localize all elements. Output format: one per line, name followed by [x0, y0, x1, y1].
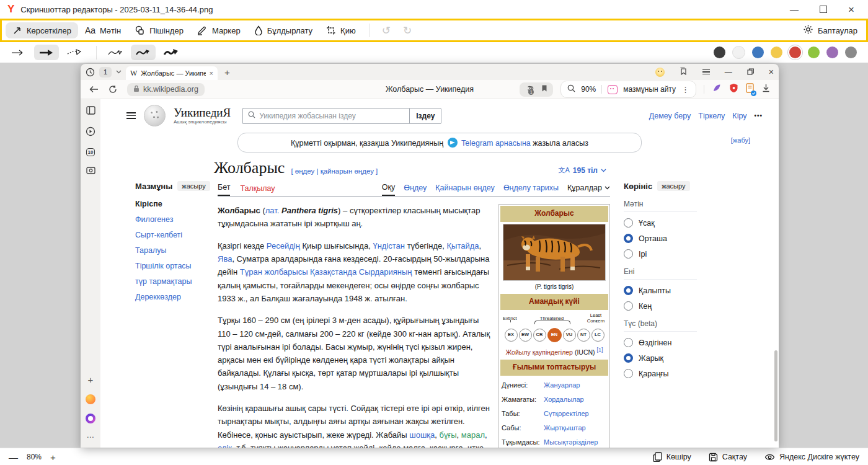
color-swatch-green[interactable] — [808, 46, 820, 58]
download-icon[interactable] — [762, 84, 770, 95]
tiger-photo[interactable] — [503, 224, 606, 281]
tab-counter[interactable]: 1 — [99, 67, 112, 78]
share-icon[interactable]: 1 — [525, 84, 534, 95]
tab-talk[interactable]: Талқылау — [240, 184, 275, 196]
toc-item[interactable]: Филогенез — [135, 215, 214, 224]
radio-color-light[interactable]: Жарық — [624, 353, 712, 363]
protect-shield-icon[interactable] — [729, 83, 738, 95]
wiki-search-button[interactable]: Іздеу — [409, 108, 441, 124]
sidebar-panel-icon[interactable] — [86, 106, 95, 117]
banner-close-link[interactable]: [жабу] — [731, 136, 750, 144]
toc-item[interactable]: Дереккөздер — [135, 293, 214, 301]
wiki-search-input[interactable]: Уикипедия жобасынан іздеу — [242, 108, 409, 124]
more-actions-icon[interactable]: ⋮ — [681, 85, 689, 94]
panel-more-icon[interactable]: ⋯ — [87, 433, 95, 441]
arrow-style-thin[interactable] — [6, 45, 31, 60]
toc-item[interactable]: түр тармақтары — [135, 277, 214, 286]
radio-text-small[interactable]: Ұсақ — [624, 218, 712, 228]
editor-canvas[interactable]: 1 W Жолбарыс — Уикипед × + — × — [0, 63, 868, 448]
donate-link[interactable]: Демеу беру — [649, 112, 691, 120]
stroke-style-thin[interactable] — [103, 45, 128, 60]
zoom-in-button[interactable]: + — [50, 452, 56, 463]
new-tab-button[interactable]: + — [224, 67, 230, 78]
tab-close-icon[interactable]: × — [210, 69, 213, 77]
upload-to-disk-button[interactable]: Яндекс Дискіге жүктеу — [764, 453, 859, 461]
tool-shapes[interactable]: Пішіндер — [128, 22, 190, 38]
color-swatch-white[interactable] — [732, 46, 745, 59]
read-aloud-button[interactable]: мазмұнын айту — [623, 85, 676, 94]
weather-widget-icon[interactable] — [86, 394, 95, 404]
arrow-style-bold[interactable] — [34, 45, 59, 60]
radio-text-standard[interactable]: Орташа — [624, 234, 712, 243]
color-swatch-red-selected[interactable] — [789, 46, 801, 58]
wikipedia-wordmark[interactable]: УикипедиЯ Ашық энциклопедиясы — [174, 107, 231, 125]
more-menu-icon[interactable]: ••• — [754, 112, 763, 119]
browser-menu-icon[interactable] — [702, 68, 710, 76]
tool-blur[interactable]: Бұлдырлату — [247, 22, 319, 38]
tool-marker[interactable]: Маркер — [190, 22, 247, 38]
browser-minimize-icon[interactable]: — — [725, 68, 732, 76]
tab-page[interactable]: Бет — [218, 183, 230, 196]
bookmarks-panel-icon[interactable] — [680, 66, 688, 78]
tool-arrows[interactable]: Көрсеткілер — [6, 22, 78, 38]
color-swatch-blue[interactable] — [752, 46, 764, 58]
screenshot-tool-icon[interactable] — [86, 166, 95, 177]
tool-text[interactable]: Aa Мәтін — [78, 22, 128, 38]
appearance-hide-button[interactable]: жасыру — [657, 181, 689, 191]
copy-button[interactable]: Көшіру — [653, 452, 691, 462]
reading-list-badge[interactable]: 10 — [86, 148, 95, 156]
toc-item[interactable]: Сырт-келбеті — [135, 231, 214, 239]
save-button[interactable]: Сақтау — [709, 453, 747, 462]
color-swatch-gray[interactable] — [845, 46, 857, 58]
status-link[interactable]: Жойылу қаупіндегілер (IUCN) [1] — [500, 345, 608, 358]
reload-icon[interactable] — [108, 85, 117, 94]
register-link[interactable]: Тіркелу — [698, 112, 725, 120]
zoom-level[interactable]: 90% — [581, 85, 596, 94]
stroke-style-medium[interactable] — [131, 45, 156, 60]
tab-edit[interactable]: Өңдеу — [404, 184, 427, 195]
radio-width-wide[interactable]: Кең — [624, 301, 712, 311]
profile-avatar[interactable] — [655, 68, 665, 77]
toc-item[interactable]: Кіріспе — [135, 200, 214, 208]
telegram-link[interactable]: Telegram арнасына — [461, 139, 531, 148]
stroke-style-bold[interactable] — [159, 45, 184, 60]
undo-button[interactable]: ↺ — [376, 24, 397, 37]
bookmark-flag-icon[interactable] — [541, 84, 547, 95]
page-scrollbar-thumb[interactable] — [774, 350, 777, 441]
zoom-out-button[interactable]: — — [9, 452, 18, 463]
maximize-button[interactable] — [820, 6, 827, 13]
toc-hide-button[interactable]: жасыру — [177, 181, 210, 191]
tab-history[interactable]: Өңделу тарихы — [503, 184, 559, 195]
wiki-menu-icon[interactable] — [126, 110, 136, 121]
color-swatch-purple[interactable] — [826, 46, 838, 58]
back-icon[interactable] — [89, 86, 99, 93]
toc-item[interactable]: Тіршілік ортасы — [135, 262, 214, 270]
history-clock-icon[interactable] — [86, 68, 95, 77]
redo-button[interactable]: ↻ — [397, 24, 418, 37]
browser-tab-active[interactable]: W Жолбарыс — Уикипед × — [126, 66, 218, 80]
radio-width-standard[interactable]: Қалыпты — [624, 286, 712, 295]
tool-crop[interactable]: Қию — [319, 22, 363, 38]
title-edit-links[interactable]: [ өңдеу | қайнарын өңдеу ] — [291, 167, 378, 175]
tab-list-chevron-icon[interactable] — [116, 70, 122, 74]
color-swatch-dark[interactable] — [714, 46, 725, 58]
minimize-button[interactable]: — — [790, 5, 799, 14]
close-button[interactable]: × — [848, 4, 854, 15]
video-play-icon[interactable] — [86, 126, 95, 139]
tab-edit-source[interactable]: Қайнарын өңдеу — [435, 184, 495, 195]
add-widget-icon[interactable]: + — [88, 374, 94, 385]
login-link[interactable]: Кіру — [732, 112, 746, 120]
address-field[interactable]: kk.wikipedia.org — [127, 83, 205, 96]
arrow-style-dotted[interactable] — [62, 45, 87, 60]
browser-restore-icon[interactable] — [747, 66, 754, 78]
radio-text-large[interactable]: Ірі — [624, 249, 712, 259]
feather-extension-icon[interactable] — [712, 83, 722, 95]
tab-read[interactable]: Оқу — [382, 183, 395, 196]
toc-item[interactable]: Таралуы — [135, 246, 214, 255]
document-check-icon[interactable] — [746, 83, 755, 95]
radio-color-dark[interactable]: Қараңғы — [624, 369, 712, 378]
radio-color-auto[interactable]: Өздігінен — [624, 338, 712, 347]
tab-tools[interactable]: Құралдар — [567, 184, 610, 195]
languages-button[interactable]: 文A 195 тіл — [558, 166, 606, 175]
color-swatch-yellow[interactable] — [771, 46, 782, 58]
